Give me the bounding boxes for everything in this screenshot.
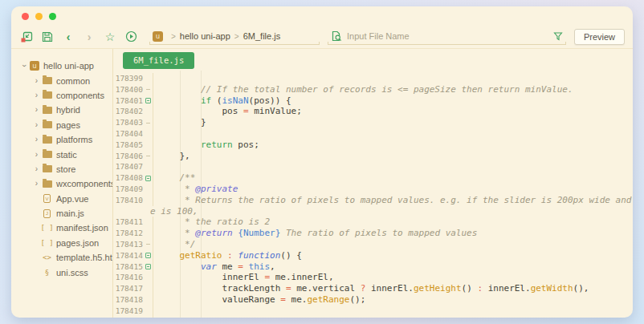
code-line[interactable]: 178410 * Returns the ratio of pixels to … (113, 195, 633, 206)
fold-marker[interactable] (143, 261, 153, 273)
line-number[interactable]: 178406 (113, 151, 143, 162)
line-number[interactable]: 178403 (113, 117, 143, 128)
line-number[interactable]: 178407 (113, 161, 143, 172)
code-line[interactable]: 178407 (113, 161, 633, 172)
app-window: ‹ › ☆ u > hello uni-app > 6M_file.js (11, 6, 633, 318)
code-text: * @private (153, 184, 238, 195)
tree-item-folder-common[interactable]: ›common (11, 73, 112, 87)
js-file-icon: J (41, 209, 53, 218)
line-number[interactable]: 178402 (113, 106, 143, 117)
run-icon (125, 30, 137, 43)
chevron-right-icon[interactable]: › (32, 151, 41, 159)
close-window-button[interactable] (22, 13, 29, 20)
code-line[interactable]: 178411 * the ratio is 2 (113, 217, 633, 228)
folder-icon (43, 180, 52, 188)
code-line[interactable]: 178418 valueRange = me.getRange(); (113, 294, 633, 306)
line-number[interactable]: 178400 (113, 84, 143, 95)
new-file-button[interactable] (16, 28, 37, 46)
breadcrumb-separator: > (171, 32, 176, 41)
line-number[interactable]: 178413 (113, 239, 143, 250)
line-number[interactable]: 178418 (113, 294, 143, 306)
zoom-window-button[interactable] (49, 13, 56, 20)
line-number[interactable]: 178401 (113, 95, 143, 107)
line-number[interactable]: 178412 (113, 228, 143, 239)
chevron-right-icon[interactable]: › (32, 121, 41, 129)
fold-marker[interactable] (143, 172, 153, 184)
code-line[interactable]: 178408 /** (113, 172, 633, 184)
line-number[interactable]: 178399 (113, 73, 143, 84)
chevron-right-icon[interactable]: › (32, 106, 41, 114)
code-line-wrap[interactable]: e is 100, (113, 206, 633, 217)
navigate-forward-button[interactable]: › (79, 28, 100, 46)
code-line[interactable]: 178415 var me = this, (113, 261, 633, 273)
tree-item-file-manifest.json[interactable]: [ ]manifest.json (11, 221, 112, 235)
code-line[interactable]: 178417 trackLength = me.vertical ? inner… (113, 283, 633, 294)
line-number[interactable]: 178408 (113, 172, 143, 184)
code-line[interactable]: 178414 getRatio : function() { (113, 250, 633, 261)
tree-item-folder-hybrid[interactable]: ›hybrid (11, 103, 112, 117)
line-number[interactable]: 178405 (113, 140, 143, 151)
code-line[interactable]: 178401 if (isNaN(pos)) { (113, 95, 633, 107)
code-line[interactable]: 178419 (113, 306, 633, 317)
line-number[interactable]: 178404 (113, 128, 143, 140)
code-line[interactable]: 178403 } (113, 117, 633, 128)
code-line[interactable]: 178405 return pos; (113, 140, 633, 151)
tree-item-file-main.js[interactable]: Jmain.js (11, 206, 112, 221)
tree-item-folder-static[interactable]: ›static (11, 147, 112, 161)
line-number[interactable]: 178410 (113, 195, 143, 206)
navigate-back-button[interactable]: ‹ (58, 28, 79, 46)
new-file-icon (21, 31, 33, 43)
chevron-right-icon[interactable]: › (32, 77, 41, 85)
code-line[interactable]: 178409 * @private (113, 184, 633, 195)
code-text: valueRange = me.getRange(); (153, 294, 365, 306)
code-line[interactable]: 178416 innerEl = me.innerEl, (113, 272, 633, 283)
tree-item-root[interactable]: › u hello uni-app (11, 59, 112, 73)
chevron-right-icon[interactable]: › (32, 180, 41, 188)
code-line[interactable]: 178420 return valueRange === 0 ? trackLe… (113, 317, 633, 318)
code-line[interactable]: 178413 */ (113, 239, 633, 250)
chevron-right-icon[interactable]: › (32, 165, 41, 173)
tree-item-folder-wxcomponents[interactable]: ›wxcomponents (11, 176, 112, 191)
tree-item-folder-store[interactable]: ›store (11, 162, 112, 176)
favorite-button[interactable]: ☆ (100, 28, 120, 46)
code-line[interactable]: 178400 // If the total number of records… (113, 84, 633, 95)
tab-6m-file[interactable]: 6M_file.js (123, 52, 194, 69)
line-number[interactable]: 178414 (113, 250, 143, 261)
tree-item-folder-pages[interactable]: ›pages (11, 118, 112, 132)
code-line[interactable]: 178404 (113, 128, 633, 140)
line-number[interactable]: 178415 (113, 261, 143, 273)
collapse-icon (145, 98, 151, 103)
tree-item-file-uni.scss[interactable]: §uni.scss (11, 265, 112, 279)
line-number[interactable]: 178409 (113, 184, 143, 195)
breadcrumb-file[interactable]: 6M_file.js (243, 31, 280, 41)
code-line[interactable]: 178402 pos = minValue; (113, 106, 633, 117)
chevron-down-icon[interactable]: › (20, 62, 28, 71)
search-input[interactable] (347, 31, 553, 41)
code-line[interactable]: 178412 * @return {Number} The ratio of p… (113, 228, 633, 239)
tree-item-folder-components[interactable]: ›components (11, 88, 112, 103)
filter-funnel-icon[interactable] (553, 31, 563, 41)
chevron-right-icon[interactable]: › (32, 136, 41, 144)
breadcrumb-project[interactable]: hello uni-app (180, 31, 230, 41)
chevron-right-icon[interactable]: › (32, 91, 41, 99)
file-tree-children: ›common›components›hybrid›pages›platform… (11, 73, 112, 279)
tree-item-file-App.vue[interactable]: VApp.vue (11, 192, 112, 206)
code-line[interactable]: 178399 (113, 73, 633, 84)
fold-marker[interactable] (143, 250, 153, 261)
collapse-icon (145, 176, 151, 181)
code-line[interactable]: 178406 }, (113, 151, 633, 162)
code-area[interactable]: 178399178400 // If the total number of r… (113, 71, 633, 318)
tree-item-folder-platforms[interactable]: ›platforms (11, 132, 112, 147)
tree-item-file-pages.json[interactable]: [ ]pages.json (11, 236, 112, 250)
line-number[interactable]: 178419 (113, 306, 143, 317)
line-number[interactable]: 178416 (113, 272, 143, 283)
preview-button[interactable]: Preview (574, 29, 625, 45)
fold-marker[interactable] (143, 95, 153, 107)
line-number[interactable]: 178420 (113, 317, 143, 318)
run-button[interactable] (120, 28, 141, 46)
save-button[interactable] (37, 28, 58, 46)
line-number[interactable]: 178417 (113, 283, 143, 294)
line-number[interactable]: 178411 (113, 217, 143, 228)
minimize-window-button[interactable] (35, 13, 43, 20)
tree-item-file-template.h5.html[interactable]: <>template.h5.html (11, 250, 112, 265)
